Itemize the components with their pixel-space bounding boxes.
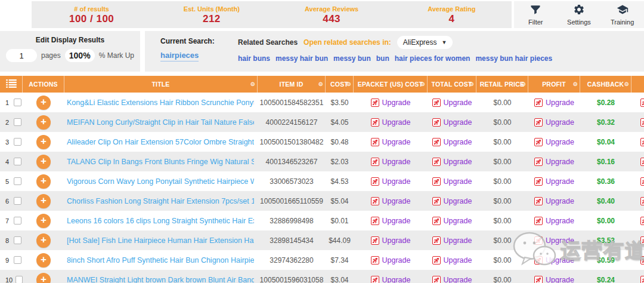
related-link[interactable]: messy hair bun bbox=[275, 54, 328, 63]
row-checkbox[interactable] bbox=[14, 177, 21, 185]
related-link[interactable]: messy bun bbox=[333, 54, 371, 63]
related-link[interactable]: messy bun hair pieces bbox=[475, 54, 552, 63]
stat-label: Average Reviews bbox=[272, 5, 392, 13]
row-checkbox[interactable] bbox=[14, 158, 21, 165]
profit-upgrade-link[interactable]: Upgrade bbox=[534, 276, 574, 283]
sort-icon[interactable]: ⚙ bbox=[318, 82, 323, 87]
product-title-link[interactable]: Leeons 16 colors 16 clips Long Straight … bbox=[67, 217, 254, 225]
open-in-select[interactable]: AliExpress ▼ bbox=[397, 36, 453, 49]
filter-button[interactable]: Filter bbox=[516, 4, 555, 26]
sort-icon[interactable]: ⚙ bbox=[624, 82, 629, 87]
epacket-upgrade-link[interactable]: Upgrade bbox=[371, 256, 411, 264]
add-product-button[interactable] bbox=[36, 155, 51, 169]
profit-upgrade-link[interactable]: Upgrade bbox=[534, 118, 574, 127]
rocket-icon bbox=[432, 158, 441, 166]
profit-upgrade-link[interactable]: Upgrade bbox=[534, 99, 574, 107]
add-product-button[interactable] bbox=[36, 115, 51, 130]
sort-icon[interactable]: ⚙ bbox=[250, 82, 255, 87]
epacket-upgrade-link[interactable]: Upgrade bbox=[371, 177, 411, 186]
current-search-link[interactable]: hairpieces bbox=[160, 51, 199, 61]
product-title-link[interactable]: 8inch Short Afro Puff Synthetic Hair Bun… bbox=[67, 256, 254, 264]
product-title-link[interactable]: Chorliss Fashion Long Straight Hair Exte… bbox=[67, 197, 254, 205]
pages-input[interactable] bbox=[6, 49, 37, 62]
product-title-link[interactable]: [Hot Sale] Fish Line Hairpiece Human Hai… bbox=[67, 236, 254, 245]
add-product-button[interactable] bbox=[36, 253, 51, 267]
total-cost-upgrade-link[interactable]: Upgrade bbox=[432, 217, 472, 225]
markup-input[interactable] bbox=[65, 49, 95, 62]
related-link[interactable]: hair buns bbox=[238, 54, 270, 63]
epacket-upgrade-link[interactable]: Upgrade bbox=[371, 276, 411, 283]
upgrade-link-label: Upgrade bbox=[546, 118, 574, 127]
add-product-button[interactable] bbox=[36, 174, 51, 189]
training-button[interactable]: Training bbox=[603, 4, 642, 26]
profit-upgrade-link[interactable]: Upgrade bbox=[534, 197, 574, 205]
row-checkbox[interactable] bbox=[14, 138, 21, 146]
row-checkbox[interactable] bbox=[14, 99, 21, 106]
sort-icon[interactable]: ⚙ bbox=[346, 82, 351, 87]
rocket-icon bbox=[640, 158, 644, 166]
header-epacket-cost[interactable]: EPACKET (US) COST⚙ bbox=[354, 76, 428, 93]
row-checkbox[interactable] bbox=[16, 276, 23, 283]
epacket-upgrade-link[interactable]: Upgrade bbox=[371, 118, 411, 127]
header-profit[interactable]: PROFIT⚙ bbox=[528, 76, 580, 93]
settings-button[interactable]: Settings bbox=[560, 4, 598, 26]
rocket-icon bbox=[432, 138, 441, 146]
epacket-upgrade-link[interactable]: Upgrade bbox=[371, 138, 411, 146]
product-title-link[interactable]: MANWEI Straight Light brown Dark brown B… bbox=[67, 276, 254, 283]
epacket-upgrade-link[interactable]: Upgrade bbox=[371, 236, 411, 245]
total-cost-upgrade-link[interactable]: Upgrade bbox=[432, 236, 472, 245]
header-title[interactable]: TITLE⚙ bbox=[64, 76, 258, 93]
add-product-button[interactable] bbox=[36, 214, 51, 228]
item-id: 1005001665110559 bbox=[260, 197, 323, 205]
epacket-upgrade-link[interactable]: Upgrade bbox=[371, 217, 411, 225]
related-link[interactable]: bun bbox=[376, 54, 389, 63]
total-cost-upgrade-link[interactable]: Upgrade bbox=[432, 256, 472, 264]
product-title-link[interactable]: Vigorous Corn Wavy Long Ponytail Synthet… bbox=[67, 177, 254, 186]
header-item-id[interactable]: ITEM ID⚙ bbox=[258, 76, 326, 93]
table-header: ACTIONS TITLE⚙ ITEM ID⚙ COST⚙ EPACKET (U… bbox=[0, 76, 644, 93]
total-cost-upgrade-link[interactable]: Upgrade bbox=[432, 138, 472, 146]
add-product-button[interactable] bbox=[36, 233, 51, 248]
total-cost-upgrade-link[interactable]: Upgrade bbox=[432, 276, 472, 283]
header-cost[interactable]: COST⚙ bbox=[326, 76, 354, 93]
sort-icon[interactable]: ⚙ bbox=[521, 82, 526, 87]
profit-upgrade-link[interactable]: Upgrade bbox=[534, 138, 574, 146]
sort-icon[interactable]: ⚙ bbox=[573, 82, 578, 87]
total-cost-upgrade-link[interactable]: Upgrade bbox=[432, 158, 472, 166]
rocket-icon bbox=[640, 256, 644, 264]
total-cost-upgrade-link[interactable]: Upgrade bbox=[432, 177, 472, 186]
add-product-button[interactable] bbox=[36, 135, 51, 149]
profit-upgrade-link[interactable]: Upgrade bbox=[534, 158, 574, 166]
profit-upgrade-link[interactable]: Upgrade bbox=[534, 236, 574, 245]
sort-icon[interactable]: ⚙ bbox=[469, 82, 474, 87]
list-view-header[interactable] bbox=[0, 76, 23, 93]
product-title-link[interactable]: TALANG Clip In Bangs Front Blunts Fringe… bbox=[67, 158, 254, 166]
sort-icon[interactable]: ⚙ bbox=[420, 82, 425, 87]
related-link[interactable]: hair pieces for women bbox=[395, 54, 470, 63]
epacket-upgrade-link[interactable]: Upgrade bbox=[371, 99, 411, 107]
epacket-upgrade-link[interactable]: Upgrade bbox=[371, 197, 411, 205]
row-checkbox[interactable] bbox=[14, 256, 21, 264]
header-cashback[interactable]: CASHBACK⚙ bbox=[580, 76, 631, 93]
total-cost-upgrade-link[interactable]: Upgrade bbox=[432, 99, 472, 107]
add-product-button[interactable] bbox=[36, 96, 51, 110]
profit-upgrade-link[interactable]: Upgrade bbox=[534, 256, 574, 264]
row-checkbox[interactable] bbox=[14, 217, 21, 224]
upgrade-link-label: Upgrade bbox=[444, 256, 472, 264]
upgrade-link-label: Upgrade bbox=[444, 177, 472, 186]
product-title-link[interactable]: MEIFAN Long Curly/Straight Clip in Hair … bbox=[67, 118, 254, 127]
total-cost-upgrade-link[interactable]: Upgrade bbox=[432, 197, 472, 205]
row-checkbox[interactable] bbox=[14, 236, 21, 244]
header-retail-price[interactable]: RETAIL PRICE⚙ bbox=[476, 76, 528, 93]
product-title-link[interactable]: Kong&Li Elastic Extensions Hair Ribbon S… bbox=[67, 99, 254, 107]
profit-upgrade-link[interactable]: Upgrade bbox=[534, 177, 574, 186]
header-total-cost[interactable]: TOTAL COST⚙ bbox=[428, 76, 476, 93]
total-cost-upgrade-link[interactable]: Upgrade bbox=[432, 118, 472, 127]
row-checkbox[interactable] bbox=[14, 197, 21, 205]
epacket-upgrade-link[interactable]: Upgrade bbox=[371, 158, 411, 166]
row-checkbox[interactable] bbox=[14, 118, 21, 126]
add-product-button[interactable] bbox=[36, 194, 51, 208]
product-title-link[interactable]: Alileader Clip On Hair Extension 57Color… bbox=[67, 138, 254, 146]
add-product-button[interactable] bbox=[36, 273, 51, 283]
profit-upgrade-link[interactable]: Upgrade bbox=[534, 217, 574, 225]
